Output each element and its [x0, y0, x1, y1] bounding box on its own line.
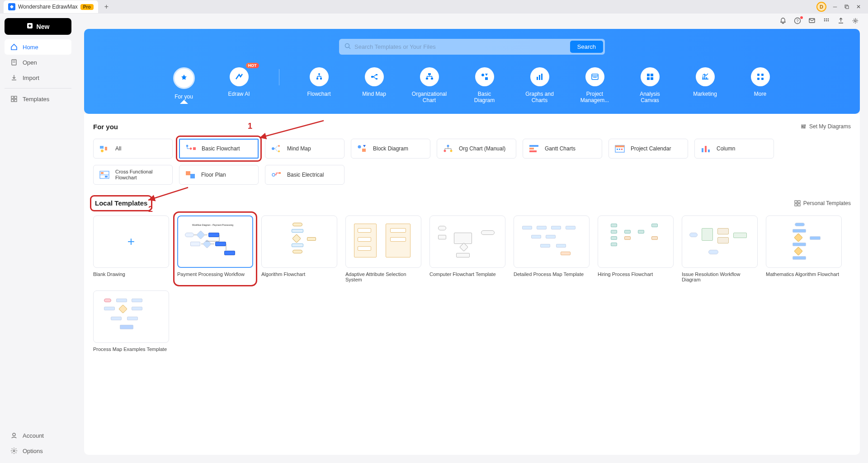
category-basic-diagram[interactable]: Basic Diagram [469, 67, 500, 104]
category-label: For you [175, 94, 193, 100]
apps-icon[interactable] [823, 17, 831, 25]
sidebar-item-account[interactable]: Account [5, 428, 71, 443]
settings-icon[interactable] [852, 17, 860, 25]
app-tab[interactable]: Wondershare EdrawMax Pro [4, 0, 98, 13]
sidebar-item-home[interactable]: Home [5, 39, 71, 55]
plus-icon [27, 23, 33, 30]
category-more[interactable]: More [745, 67, 776, 97]
chip-gantt[interactable]: Gantt Charts [523, 139, 602, 159]
template-math-algorithm[interactable]: Mathematics Algorithm Flowchart [766, 215, 842, 282]
category-mindmap[interactable]: Mind Map [359, 67, 390, 97]
svg-rect-84 [190, 174, 195, 178]
chip-all[interactable]: All [93, 139, 173, 159]
sidebar-item-label: Options [23, 448, 43, 454]
import-icon [10, 74, 18, 82]
sidebar-item-label: Account [23, 432, 44, 439]
maximize-button[interactable] [841, 1, 853, 13]
template-computer-flowchart[interactable]: Computer Flowchart Template [429, 215, 505, 282]
orgchart-icon [443, 144, 453, 153]
plus-icon: + [93, 215, 169, 268]
template-label: Issue Resolution Workflow Diagram [682, 271, 758, 282]
template-issue-resolution[interactable]: Issue Resolution Workflow Diagram [682, 215, 758, 282]
hero-banner: Search For you HOT Edraw AI Flowchart [84, 29, 860, 114]
category-graphs[interactable]: Graphs and Charts [524, 67, 555, 104]
search-button[interactable]: Search [570, 41, 603, 53]
template-detailed-process-map[interactable]: Detailed Process Map Template [514, 215, 590, 282]
category-label: Organizational Chart [412, 91, 447, 104]
message-icon[interactable] [808, 17, 816, 25]
svg-rect-90 [795, 204, 797, 206]
category-analysis[interactable]: Analysis Canvas [635, 67, 665, 104]
svg-line-28 [373, 75, 376, 77]
sidebar-item-templates[interactable]: Templates [5, 91, 71, 107]
template-label: Detailed Process Map Template [514, 271, 590, 277]
minimize-button[interactable]: ─ [829, 1, 841, 13]
category-row: For you HOT Edraw AI Flowchart Mind Map [169, 67, 776, 114]
chip-floor-plan[interactable]: Floor Plan [179, 165, 259, 185]
sidebar-item-open[interactable]: Open [5, 55, 71, 70]
sidebar-item-import[interactable]: Import [5, 70, 71, 85]
template-process-map-examples[interactable]: Process Map Examples Template [93, 290, 169, 352]
svg-point-61 [278, 145, 280, 147]
svg-rect-7 [14, 96, 17, 98]
category-flowchart[interactable]: Flowchart [304, 67, 335, 97]
category-for-you[interactable]: For you [169, 67, 199, 100]
chip-label: Project Calendar [631, 145, 671, 152]
svg-rect-76 [702, 148, 703, 152]
svg-point-35 [481, 74, 484, 76]
electrical-icon [271, 170, 282, 179]
category-label: Graphs and Charts [524, 91, 555, 104]
shapes-icon [357, 144, 368, 153]
set-my-diagrams-link[interactable]: Set My Diagrams [800, 123, 851, 130]
pro-badge: Pro [80, 4, 94, 10]
svg-rect-57 [193, 147, 196, 150]
svg-point-65 [447, 145, 449, 147]
sidebar-item-options[interactable]: Options [5, 443, 71, 458]
svg-rect-46 [651, 77, 653, 80]
category-marketing[interactable]: Marketing [690, 67, 721, 97]
sidebar-item-label: Open [23, 59, 37, 66]
template-payment-processing[interactable]: Workflow Diagram - Payment Processing Pa… [177, 215, 253, 282]
svg-point-66 [444, 150, 446, 152]
svg-point-53 [804, 127, 805, 129]
svg-rect-54 [100, 146, 104, 149]
svg-point-18 [824, 20, 826, 22]
chip-cross-functional[interactable]: Cross Functional Flowchart [93, 165, 173, 185]
chip-column[interactable]: Column [694, 139, 774, 159]
svg-point-19 [826, 20, 827, 22]
new-button[interactable]: New [5, 18, 71, 35]
svg-rect-50 [761, 78, 764, 80]
template-algorithm-flowchart[interactable]: Algorithm Flowchart [261, 215, 337, 282]
template-blank-drawing[interactable]: + Blank Drawing [93, 215, 169, 282]
avatar[interactable]: D [816, 2, 826, 12]
chip-mind-map[interactable]: Mind Map [265, 139, 344, 159]
chip-basic-flowchart[interactable]: Basic Flowchart [179, 139, 259, 159]
chip-org-chart[interactable]: Org Chart (Manual) [437, 139, 516, 159]
help-icon[interactable]: ? [794, 17, 802, 25]
bell-icon[interactable] [779, 17, 788, 25]
svg-point-63 [358, 145, 361, 148]
chip-project-calendar[interactable]: Project Calendar [609, 139, 688, 159]
share-icon[interactable] [837, 17, 845, 25]
sidebar: New Home Open Import [0, 14, 76, 463]
category-edraw-ai[interactable]: HOT Edraw AI [224, 67, 255, 97]
category-org-chart[interactable]: Organizational Chart [414, 67, 445, 104]
chip-block-diagram[interactable]: Block Diagram [351, 139, 430, 159]
gantt-icon [528, 144, 539, 153]
template-hiring-process[interactable]: Hiring Process Flowchart [598, 215, 674, 282]
svg-rect-75 [621, 149, 623, 150]
file-icon [10, 58, 18, 66]
search-input[interactable] [354, 41, 570, 53]
chip-label: Floor Plan [201, 172, 226, 178]
close-button[interactable]: ✕ [853, 1, 864, 13]
new-tab-button[interactable]: + [101, 1, 113, 13]
svg-rect-37 [537, 77, 538, 80]
template-adaptive-attribute[interactable]: Adaptive Attribute Selection System [345, 215, 421, 282]
gear-icon [10, 447, 18, 455]
top-toolbar: ? [76, 14, 868, 29]
svg-rect-6 [11, 96, 14, 98]
chip-basic-electrical[interactable]: Basic Electrical [265, 165, 344, 185]
personal-templates-link[interactable]: Personal Templates [794, 200, 851, 206]
svg-rect-31 [376, 78, 377, 80]
category-project-management[interactable]: Project Managem... [580, 67, 610, 104]
